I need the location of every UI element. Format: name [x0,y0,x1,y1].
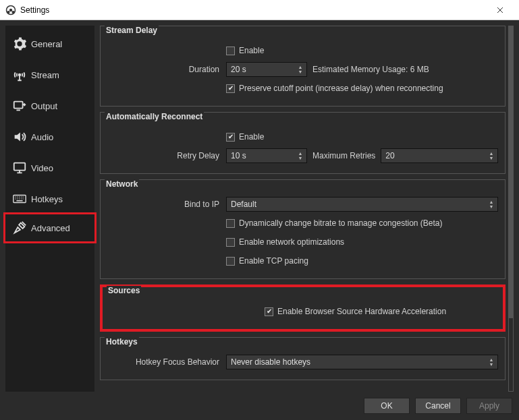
footer: OK Cancel Apply [0,392,519,420]
app-icon [5,5,16,16]
select-value: Never disable hotkeys [231,357,310,367]
checkbox-icon [226,257,235,266]
svg-point-1 [9,8,12,11]
max-retries-spinbox[interactable]: 20 ▲▼ [381,148,498,163]
chevron-updown-icon: ▲▼ [487,355,496,369]
retry-delay-spinbox[interactable]: 10 s ▲▼ [226,148,307,163]
group-sources: Sources Enable Browser Source Hardware A… [100,284,506,332]
output-icon [12,98,31,113]
speaker-icon [12,129,31,144]
sidebar-item-general[interactable]: General [5,28,94,59]
sidebar-item-video[interactable]: Video [5,152,94,183]
duration-spinbox[interactable]: 20 s ▲▼ [226,62,307,77]
checkbox-label: Enable [239,46,264,55]
apply-button[interactable]: Apply [466,398,512,414]
checkbox-label: Enable network optimizations [239,237,344,247]
svg-point-3 [12,11,15,13]
settings-panels: Stream Delay Enable Duration [100,26,506,392]
scrollbar-thumb[interactable] [509,26,513,318]
svg-rect-6 [14,163,26,171]
sidebar-item-advanced[interactable]: Advanced [3,212,97,243]
hotkey-focus-label: Hotkey Focus Behavior [107,357,226,367]
checkbox-icon [226,238,235,247]
titlebar: Settings [0,0,519,20]
checkbox-label: Enable TCP pacing [239,256,308,266]
preserve-cutoff-checkbox[interactable]: Preserve cutoff point (increase delay) w… [226,84,443,93]
group-title: Sources [107,286,141,295]
auto-reconnect-enable-checkbox[interactable]: Enable [226,132,264,142]
group-title: Network [105,179,139,189]
spin-arrows-icon: ▲▼ [296,63,305,76]
retry-delay-label: Retry Delay [107,151,226,160]
svg-point-2 [7,11,10,13]
checkbox-label: Preserve cutoff point (increase delay) w… [239,84,443,93]
bind-ip-select[interactable]: Default ▲▼ [226,197,498,212]
chevron-updown-icon: ▲▼ [487,198,496,211]
window-title: Settings [20,5,49,15]
memory-usage-text: Estimated Memory Usage: 6 MB [312,65,429,74]
group-hotkeys: Hotkeys Hotkey Focus Behavior Never disa… [100,337,506,380]
sidebar-item-label: General [31,39,62,49]
sidebar-item-output[interactable]: Output [5,90,94,121]
keyboard-icon [12,191,31,206]
checkbox-label: Enable Browser Source Hardware Accelerat… [277,307,446,316]
group-title: Hotkeys [105,337,139,347]
checkbox-icon [226,84,235,93]
spin-arrows-icon: ▲▼ [487,149,496,162]
ok-button[interactable]: OK [364,398,410,414]
sidebar: General Stream Output Audio Video [5,26,94,392]
sidebar-item-label: Video [31,163,53,173]
group-title: Automatically Reconnect [105,112,204,121]
sidebar-item-stream[interactable]: Stream [5,59,94,90]
max-retries-label: Maximum Retries [312,151,375,160]
sidebar-item-label: Stream [31,70,59,80]
sidebar-item-label: Audio [31,132,53,142]
select-value: Default [231,200,256,209]
group-auto-reconnect: Automatically Reconnect Enable Retry Del… [100,112,506,174]
network-optimizations-checkbox[interactable]: Enable network optimizations [226,237,344,247]
duration-label: Duration [107,65,226,74]
checkbox-label: Enable [239,132,264,142]
checkbox-icon [226,47,235,55]
close-button[interactable] [487,1,514,20]
sidebar-item-label: Advanced [31,223,70,233]
cancel-button[interactable]: Cancel [415,398,461,414]
stream-delay-enable-checkbox[interactable]: Enable [226,46,264,55]
checkbox-icon [226,133,235,142]
spin-arrows-icon: ▲▼ [296,149,305,162]
sidebar-item-audio[interactable]: Audio [5,121,94,152]
gear-icon [12,36,31,51]
spinbox-value: 20 [385,151,394,160]
group-network: Network Bind to IP Default ▲▼ [100,179,506,279]
sidebar-item-label: Output [31,101,57,111]
checkbox-icon [265,307,273,316]
group-stream-delay: Stream Delay Enable Duration [100,26,506,107]
tools-icon [12,220,31,235]
svg-rect-5 [14,102,23,109]
monitor-icon [12,160,31,175]
spinbox-value: 20 s [231,65,246,74]
group-title: Stream Delay [105,26,159,35]
hotkey-focus-select[interactable]: Never disable hotkeys ▲▼ [226,355,498,369]
scrollbar[interactable] [508,26,514,392]
sidebar-item-label: Hotkeys [31,194,63,204]
checkbox-icon [226,219,235,228]
antenna-icon [12,67,31,82]
bind-ip-label: Bind to IP [107,200,226,209]
browser-hw-accel-checkbox[interactable]: Enable Browser Source Hardware Accelerat… [265,307,446,316]
checkbox-label: Dynamically change bitrate to manage con… [239,218,443,228]
tcp-pacing-checkbox[interactable]: Enable TCP pacing [226,256,308,266]
dynamic-bitrate-checkbox[interactable]: Dynamically change bitrate to manage con… [226,218,443,228]
sidebar-item-hotkeys[interactable]: Hotkeys [5,183,94,214]
spinbox-value: 10 s [231,151,246,160]
